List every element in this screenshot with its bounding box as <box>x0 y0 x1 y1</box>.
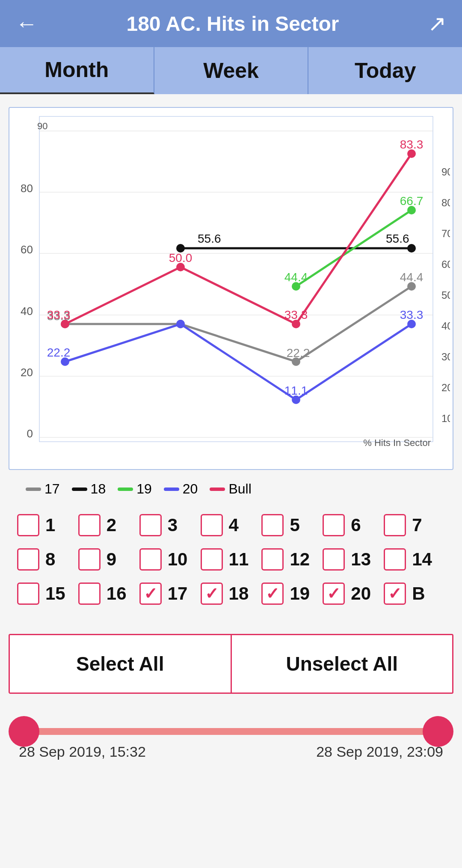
slider-thumb-left[interactable] <box>9 716 39 747</box>
tab-today[interactable]: Today <box>308 47 462 94</box>
svg-text:33.3: 33.3 <box>47 308 71 321</box>
checkbox-19[interactable]: ✓ <box>261 583 284 605</box>
svg-text:22.2: 22.2 <box>47 346 71 359</box>
checkbox-item-7: 7 <box>384 514 445 536</box>
checkbox-3[interactable] <box>139 514 162 536</box>
checkbox-4[interactable] <box>201 514 223 536</box>
checkbox-grid: 1 2 3 4 5 6 7 8 <box>0 501 462 630</box>
svg-text:70: 70 <box>441 228 450 239</box>
legend-item-19: 19 <box>118 481 152 497</box>
checkbox-1[interactable] <box>17 514 39 536</box>
svg-text:30: 30 <box>441 351 450 363</box>
checkbox-6[interactable] <box>323 514 345 536</box>
checkbox-item-1: 1 <box>17 514 78 536</box>
svg-point-31 <box>407 244 416 253</box>
svg-text:90: 90 <box>441 166 450 178</box>
checkbox-15[interactable] <box>17 583 39 605</box>
slider-labels: 28 Sep 2019, 15:32 28 Sep 2019, 23:09 <box>17 743 445 760</box>
checkbox-item-3: 3 <box>139 514 201 536</box>
checkbox-item-10: 10 <box>139 548 201 571</box>
checkbox-18[interactable]: ✓ <box>201 583 223 605</box>
checkbox-20[interactable]: ✓ <box>323 583 345 605</box>
page-title: 180 AC. Hits in Sector <box>126 12 339 36</box>
svg-text:20: 20 <box>21 366 33 379</box>
select-all-button[interactable]: Select All <box>10 635 232 693</box>
checkbox-item-12: 12 <box>261 548 323 571</box>
svg-text:10: 10 <box>441 413 450 424</box>
checkbox-14[interactable] <box>384 548 406 571</box>
tab-bar: Month Week Today <box>0 47 462 94</box>
legend-color-bull <box>210 488 225 491</box>
checkbox-item-6: 6 <box>323 514 384 536</box>
checkbox-item-20: ✓ 20 <box>323 583 384 605</box>
svg-text:40: 40 <box>21 305 33 318</box>
svg-text:60: 60 <box>21 243 33 256</box>
chart-legend: 17 18 19 20 Bull <box>0 474 462 501</box>
tab-month[interactable]: Month <box>0 47 154 94</box>
share-icon[interactable]: ↗ <box>428 11 447 36</box>
checkbox-12[interactable] <box>261 548 284 571</box>
legend-color-17 <box>26 488 41 491</box>
unselect-all-button[interactable]: Unselect All <box>232 635 453 693</box>
checkbox-11[interactable] <box>201 548 223 571</box>
svg-text:44.4: 44.4 <box>400 271 424 284</box>
slider-track[interactable] <box>17 728 445 735</box>
checkbox-b[interactable]: ✓ <box>384 583 406 605</box>
legend-item-20: 20 <box>164 481 198 497</box>
checkbox-item-18: ✓ 18 <box>201 583 262 605</box>
svg-text:40: 40 <box>441 320 450 332</box>
svg-text:55.6: 55.6 <box>386 232 409 245</box>
legend-color-18 <box>72 488 87 491</box>
checkbox-row-1: 1 2 3 4 5 6 7 <box>17 514 445 536</box>
svg-text:66.7: 66.7 <box>400 194 424 208</box>
slider-thumb-right[interactable] <box>423 716 453 747</box>
checkbox-item-14: 14 <box>384 548 445 571</box>
slider-label-right: 28 Sep 2019, 23:09 <box>316 743 443 760</box>
legend-color-19 <box>118 488 133 491</box>
chart-svg: 0 20 40 60 80 10 20 30 40 50 60 70 80 90… <box>14 112 450 463</box>
svg-text:50.0: 50.0 <box>169 251 192 265</box>
tab-week[interactable]: Week <box>154 47 309 94</box>
svg-text:83.3: 83.3 <box>400 138 424 151</box>
checkbox-item-2: 2 <box>78 514 139 536</box>
checkbox-item-9: 9 <box>78 548 139 571</box>
checkbox-item-19: ✓ 19 <box>261 583 323 605</box>
checkbox-10[interactable] <box>139 548 162 571</box>
back-icon[interactable]: ← <box>15 11 38 36</box>
checkbox-9[interactable] <box>78 548 101 571</box>
checkbox-item-11: 11 <box>201 548 262 571</box>
svg-text:0: 0 <box>27 427 33 440</box>
checkbox-2[interactable] <box>78 514 101 536</box>
checkbox-item-8: 8 <box>17 548 78 571</box>
checkbox-item-16: 16 <box>78 583 139 605</box>
chart-container: 0 20 40 60 80 10 20 30 40 50 60 70 80 90… <box>9 107 453 470</box>
checkbox-item-13: 13 <box>323 548 384 571</box>
svg-text:44.4: 44.4 <box>284 271 308 284</box>
checkbox-item-5: 5 <box>261 514 323 536</box>
svg-text:50: 50 <box>441 289 450 301</box>
legend-item-17: 17 <box>26 481 60 497</box>
checkbox-17[interactable]: ✓ <box>139 583 162 605</box>
svg-point-39 <box>176 320 185 328</box>
slider-area: 28 Sep 2019, 15:32 28 Sep 2019, 23:09 <box>0 707 462 764</box>
header: ← 180 AC. Hits in Sector ↗ <box>0 0 462 47</box>
legend-color-20 <box>164 488 179 491</box>
checkbox-item-b: ✓ B <box>384 583 445 605</box>
checkbox-item-17: ✓ 17 <box>139 583 201 605</box>
checkbox-5[interactable] <box>261 514 284 536</box>
svg-text:80: 80 <box>21 182 33 195</box>
svg-text:% Hits In Sector: % Hits In Sector <box>363 437 431 448</box>
svg-text:80: 80 <box>441 197 450 208</box>
checkbox-item-4: 4 <box>201 514 262 536</box>
svg-rect-0 <box>39 116 433 442</box>
checkbox-7[interactable] <box>384 514 406 536</box>
svg-text:20: 20 <box>441 382 450 393</box>
checkbox-item-15: 15 <box>17 583 78 605</box>
action-buttons: Select All Unselect All <box>9 634 453 694</box>
legend-item-bull: Bull <box>210 481 251 497</box>
checkbox-8[interactable] <box>17 548 39 571</box>
svg-text:33.3: 33.3 <box>284 308 308 321</box>
checkbox-row-3: 15 16 ✓ 17 ✓ 18 ✓ 19 ✓ 20 <box>17 583 445 605</box>
checkbox-16[interactable] <box>78 583 101 605</box>
checkbox-13[interactable] <box>323 548 345 571</box>
